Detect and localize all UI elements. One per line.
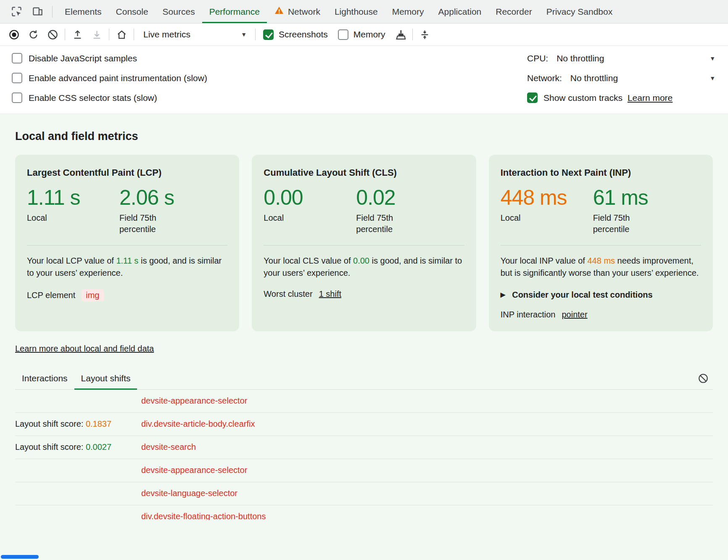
clear-button[interactable] — [44, 26, 61, 43]
tab-sources[interactable]: Sources — [156, 0, 202, 23]
tab-network[interactable]: Network — [267, 0, 327, 23]
cls-description: Your local CLS value of 0.00 is good, an… — [264, 255, 464, 279]
node-link[interactable]: devsite-appearance-selector — [141, 396, 247, 406]
memory-checkbox[interactable]: Memory — [334, 29, 390, 40]
tab-interactions[interactable]: Interactions — [15, 368, 74, 389]
cpu-throttling-select[interactable]: CPU: No throttling ▼ — [527, 48, 715, 68]
screenshots-checkbox[interactable]: Screenshots — [259, 29, 332, 40]
lcp-local-value: 1.11 s — [27, 187, 119, 209]
css-selector-stats-checkbox[interactable]: Enable CSS selector stats (slow) — [12, 88, 207, 108]
checkbox-unchecked-icon — [12, 73, 22, 83]
inp-field-value: 61 ms — [593, 187, 653, 209]
tab-layout-shifts[interactable]: Layout shifts — [74, 368, 137, 389]
table-row[interactable]: div.devsite-floating-action-buttons — [15, 505, 713, 520]
worst-cluster-link[interactable]: 1 shift — [319, 289, 341, 299]
checkbox-checked-icon — [263, 29, 274, 40]
home-icon[interactable] — [113, 26, 130, 43]
table-row[interactable]: devsite-appearance-selector — [15, 459, 713, 482]
lcp-field-value: 2.06 s — [119, 187, 179, 209]
collect-garbage-icon[interactable] — [391, 26, 409, 43]
disclosure-triangle-icon: ▶ — [501, 291, 506, 298]
device-toolbar-icon[interactable] — [29, 4, 45, 20]
node-link[interactable]: devsite-search — [141, 442, 196, 452]
divider — [134, 29, 134, 40]
checkbox-checked-icon — [527, 92, 538, 103]
save-profile-icon[interactable] — [88, 26, 106, 43]
table-row[interactable]: Layout shift score: 0.0027 devsite-searc… — [15, 436, 713, 459]
tab-application[interactable]: Application — [431, 0, 489, 23]
inp-card: Interaction to Next Paint (INP) 448 ms L… — [489, 155, 713, 331]
clear-log-icon[interactable] — [695, 370, 711, 386]
live-metrics-view: Local and field metrics Largest Contentf… — [0, 114, 728, 560]
disable-js-samples-checkbox[interactable]: Disable JavaScript samples — [12, 48, 207, 68]
checkbox-unchecked-icon — [12, 92, 22, 103]
learn-more-local-field-link[interactable]: Learn more about local and field data — [15, 344, 154, 354]
lcp-element-label: LCP element — [27, 291, 75, 300]
capture-settings: Disable JavaScript samples Enable advanc… — [0, 46, 728, 114]
layout-shift-log: devsite-appearance-selector Layout shift… — [15, 390, 713, 520]
node-link[interactable]: div.devsite-article-body.clearfix — [141, 419, 255, 429]
table-row[interactable]: devsite-appearance-selector — [15, 390, 713, 413]
chevron-down-icon: ▼ — [241, 31, 247, 38]
lcp-description: Your local LCP value of 1.11 s is good, … — [27, 255, 227, 279]
show-custom-tracks-checkbox[interactable]: Show custom tracks Learn more — [527, 88, 715, 108]
cls-local-value: 0.00 — [264, 187, 356, 209]
divider — [501, 245, 701, 246]
divider — [255, 29, 256, 40]
worst-cluster-label: Worst cluster — [264, 289, 312, 299]
warning-icon — [274, 5, 284, 18]
cls-card: Cumulative Layout Shift (CLS) 0.00 Local… — [252, 155, 476, 331]
custom-tracks-learn-more-link[interactable]: Learn more — [628, 93, 673, 103]
divider — [109, 29, 109, 40]
inp-description: Your local INP value of 448 ms needs imp… — [501, 255, 701, 279]
horizontal-scrollbar-thumb[interactable] — [1, 555, 39, 559]
tab-elements[interactable]: Elements — [58, 0, 109, 23]
node-link[interactable]: div.devsite-floating-action-buttons — [141, 512, 266, 520]
divider — [65, 29, 65, 40]
reload-and-record-button[interactable] — [24, 26, 42, 43]
network-throttling-select[interactable]: Network: No throttling ▼ — [527, 68, 715, 88]
table-row[interactable]: Layout shift score: 0.1837 div.devsite-a… — [15, 413, 713, 436]
table-row[interactable]: devsite-language-selector — [15, 482, 713, 505]
node-link[interactable]: devsite-language-selector — [141, 489, 237, 498]
inp-local-value: 448 ms — [501, 187, 593, 209]
tab-console[interactable]: Console — [109, 0, 156, 23]
divider — [52, 6, 53, 18]
inspect-element-icon[interactable] — [8, 4, 24, 20]
cls-field-value: 0.02 — [356, 187, 416, 209]
devtools-tabbar: Elements Console Sources Performance Net… — [0, 0, 728, 24]
chevron-down-icon: ▼ — [710, 75, 715, 82]
inp-interaction-label: INP interaction — [501, 310, 556, 320]
checkbox-unchecked-icon — [12, 53, 22, 63]
tab-performance[interactable]: Performance — [202, 0, 267, 23]
divider — [264, 245, 464, 246]
lcp-card: Largest Contentful Paint (LCP) 1.11 s Lo… — [15, 155, 239, 331]
load-profile-icon[interactable] — [69, 26, 86, 43]
chevron-down-icon: ▼ — [710, 55, 715, 62]
advanced-paint-checkbox[interactable]: Enable advanced paint instrumentation (s… — [12, 68, 207, 88]
divider — [27, 245, 227, 246]
page-title: Local and field metrics — [15, 130, 713, 143]
collapse-icon[interactable] — [416, 26, 434, 43]
shift-log-tabs: Interactions Layout shifts — [15, 368, 713, 390]
tab-memory[interactable]: Memory — [385, 0, 431, 23]
tab-lighthouse[interactable]: Lighthouse — [327, 0, 385, 23]
record-button[interactable] — [5, 26, 23, 43]
tab-recorder[interactable]: Recorder — [488, 0, 539, 23]
divider — [412, 29, 413, 40]
node-link[interactable]: devsite-appearance-selector — [141, 465, 247, 475]
performance-toolbar: Live metrics ▼ Screenshots Memory — [0, 24, 728, 46]
tab-privacy-sandbox[interactable]: Privacy Sandbox — [539, 0, 620, 23]
checkbox-unchecked-icon — [338, 29, 348, 40]
lcp-element-node-link[interactable]: img — [82, 289, 103, 301]
local-test-conditions-disclosure[interactable]: ▶ Consider your local test conditions — [501, 290, 701, 300]
inp-interaction-link[interactable]: pointer — [562, 310, 587, 320]
live-metrics-select[interactable]: Live metrics ▼ — [137, 27, 252, 42]
